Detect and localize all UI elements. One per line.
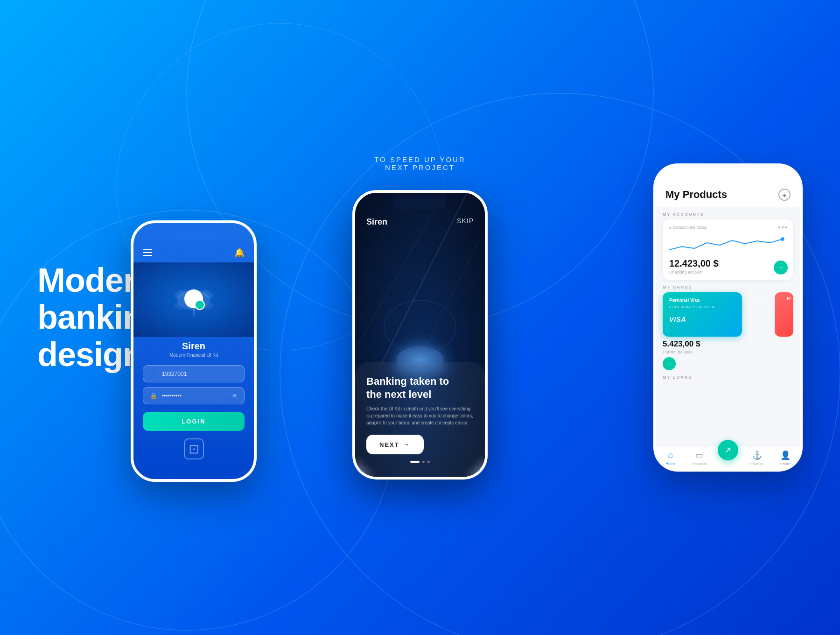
transactions-text: 2 transactions today	[669, 225, 707, 230]
dot-inactive-2	[427, 461, 430, 463]
login-button[interactable]: LOGIN	[143, 412, 245, 431]
next-button[interactable]: NEXT →	[366, 435, 424, 454]
svg-point-16	[781, 237, 784, 241]
phone-login: 🔔 S	[131, 220, 257, 482]
password-field[interactable]: 🔒 •••••••••• 👁	[143, 387, 245, 404]
my-cards-row: Personal Visa 8210 0004 5100 1234 VISA 5…	[663, 292, 793, 370]
notch-products	[700, 171, 756, 183]
onboarding-description: Check the UI Kit in depth and you'll see…	[366, 405, 474, 426]
nav-home[interactable]: ⌂ Home	[656, 450, 685, 466]
card-brand: VISA	[669, 316, 735, 323]
logo-circle	[184, 289, 203, 308]
eye-icon[interactable]: 👁	[232, 393, 238, 399]
account-balance: 12.423,00 $	[669, 258, 787, 269]
products-icon: ▭	[695, 450, 703, 460]
transfer-icon: ↗	[724, 445, 731, 455]
user-icon: 👤	[150, 370, 157, 377]
products-body: MY ACCOUNTS 2 transactions today	[656, 207, 800, 446]
nav-savings[interactable]: ⚓ Savings	[742, 450, 771, 466]
home-label: Home	[665, 461, 675, 466]
menu-icon[interactable]	[143, 249, 152, 256]
next-arrow-icon: →	[403, 441, 411, 448]
transfer-fab-button[interactable]: ↗	[718, 440, 738, 460]
notch-login	[168, 228, 219, 240]
account-menu[interactable]	[778, 226, 787, 228]
account-arrow-button[interactable]: →	[774, 261, 788, 275]
svg-line-6	[355, 193, 445, 350]
products-screen: My Products + MY ACCOUNTS 2 transactions…	[656, 166, 800, 469]
lock-icon: 🔒	[150, 392, 157, 399]
skip-button[interactable]: SKIP	[457, 217, 474, 227]
card-balance-area: 5.423,00 $ Current balance	[663, 337, 770, 356]
loans-section-label: MY LOANS	[663, 370, 692, 382]
face-id-area: ⊡	[133, 431, 254, 459]
center-section: TO SPEED UP YOUR NEXT PROJECT	[303, 155, 537, 480]
subtitle: TO SPEED UP YOUR NEXT PROJECT	[374, 155, 466, 171]
card-name: Personal Visa	[669, 298, 735, 303]
card-menu[interactable]	[757, 297, 765, 299]
home-icon: ⌂	[668, 450, 673, 460]
account-type: Checking account	[669, 270, 787, 275]
onboarding-app-name: Siren	[366, 217, 387, 227]
profile-label: Profile	[780, 462, 791, 466]
phone-onboarding: Siren SKIP Banking taken to the next lev…	[352, 190, 488, 480]
pagination-dots	[366, 461, 474, 463]
dot-inactive-1	[422, 461, 425, 463]
nav-products[interactable]: ▭ Products	[685, 450, 714, 466]
products-label: Products	[692, 462, 707, 466]
balance-chart	[669, 233, 787, 254]
account-card: 2 transactions today 12.4	[663, 219, 793, 280]
card-peek: VI	[775, 292, 793, 337]
card-arrow-button[interactable]: →	[663, 357, 676, 370]
username-field[interactable]: 👤 19327001	[143, 365, 245, 382]
onboarding-content: Banking taken to the next level Check th…	[355, 362, 485, 477]
hero-image	[133, 262, 254, 337]
face-id-icon[interactable]: ⊡	[184, 438, 204, 459]
notification-icon[interactable]: 🔔	[234, 247, 245, 258]
card-top-row: 2 transactions today	[669, 225, 787, 230]
bottom-nav: ⌂ Home ▭ Products ↗ ⚓ S	[656, 446, 800, 469]
username-value: 19327001	[162, 371, 238, 377]
card-balance: 5.423,00 $	[663, 339, 770, 349]
peek-card-brand: VI	[786, 296, 791, 301]
loans-section: MY LOANS	[663, 370, 793, 384]
card-number: 8210 0004 5100 1234	[669, 305, 735, 309]
password-value: ••••••••••	[162, 393, 227, 399]
products-title: My Products	[665, 189, 727, 201]
login-tagline: Modern Financial UI Kit	[133, 353, 254, 365]
main-layout: Modern banking design TO SPEED UP YOUR N…	[0, 0, 840, 635]
card-balance-label: Current balance	[663, 350, 770, 354]
profile-icon: 👤	[780, 450, 791, 460]
cards-section-label: MY CARDS	[663, 280, 793, 292]
nav-profile[interactable]: 👤 Profile	[771, 450, 800, 466]
onboarding-headline: Banking taken to the next level	[366, 375, 474, 401]
savings-label: Savings	[750, 462, 763, 466]
primary-card-wrapper: Personal Visa 8210 0004 5100 1234 VISA 5…	[663, 292, 770, 370]
accounts-section-label: MY ACCOUNTS	[663, 207, 793, 219]
login-app-name: Siren	[133, 337, 254, 353]
notch-onboarding	[394, 198, 446, 210]
add-product-button[interactable]: +	[778, 189, 791, 201]
app-logo	[184, 289, 203, 310]
visa-card: Personal Visa 8210 0004 5100 1234 VISA	[663, 292, 742, 337]
dot-active	[410, 461, 420, 463]
login-form: 👤 19327001 🔒 •••••••••• 👁	[133, 365, 254, 404]
savings-icon: ⚓	[752, 450, 762, 460]
onboarding-top-bar: Siren SKIP	[355, 217, 485, 227]
phone-products: My Products + MY ACCOUNTS 2 transactions…	[653, 163, 803, 472]
right-section: My Products + MY ACCOUNTS 2 transactions…	[644, 163, 803, 472]
